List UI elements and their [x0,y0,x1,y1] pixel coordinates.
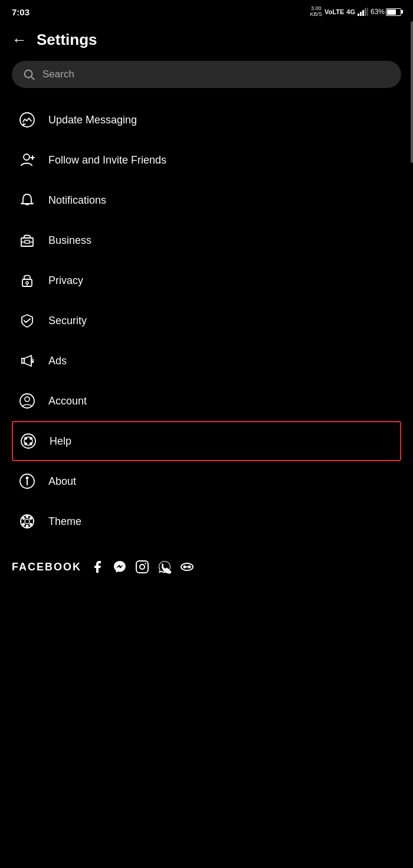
svg-point-33 [27,516,28,518]
info-icon [18,472,37,491]
svg-rect-1 [360,12,362,16]
svg-point-8 [24,154,30,160]
svg-rect-0 [358,14,359,16]
header: ← Settings [0,21,413,61]
business-icon [18,231,37,250]
svg-point-36 [27,526,28,527]
megaphone-icon [18,351,37,370]
status-icons: 3.00 KB/S VoLTE 4G 63% [310,6,401,18]
svg-point-22 [25,397,30,402]
follow-invite-label: Follow and Invite Friends [48,154,166,167]
scrollbar[interactable] [411,21,413,868]
lock-icon [18,271,37,290]
svg-point-28 [30,443,32,445]
menu-item-follow-invite[interactable]: Follow and Invite Friends [12,140,401,180]
security-label: Security [48,315,87,327]
svg-point-39 [25,519,30,524]
svg-rect-40 [136,561,148,573]
menu-item-security[interactable]: Security [12,301,401,341]
svg-point-31 [27,477,28,479]
footer-oculus-icon[interactable] [179,559,195,575]
footer-instagram-icon[interactable] [135,559,150,575]
status-bar: 7:03 3.00 KB/S VoLTE 4G 63% [0,0,413,21]
business-label: Business [48,234,91,247]
svg-point-45 [188,566,191,569]
volte-icon: VoLTE [324,8,344,15]
search-icon [22,68,35,81]
footer-whatsapp-icon[interactable] [157,559,172,575]
battery-container: 63% [371,8,401,16]
theme-icon [18,512,37,531]
privacy-label: Privacy [48,275,83,287]
svg-point-18 [32,360,34,361]
4g-icon: 4G [346,8,355,15]
menu-item-help[interactable]: Help [12,421,401,461]
scrollbar-thumb [411,21,413,163]
svg-point-38 [23,518,25,520]
menu-item-notifications[interactable]: Notifications [12,180,401,220]
about-label: About [48,475,76,488]
signal-bars-icon [358,8,368,16]
footer-messenger-icon[interactable] [112,559,127,575]
menu-list: Update Messaging Follow and Invite Frien… [0,100,413,541]
svg-point-42 [145,563,146,564]
battery-percent: 63% [371,8,385,16]
menu-item-theme[interactable]: Theme [12,501,401,541]
help-icon [19,432,38,451]
svg-point-34 [30,518,32,520]
svg-point-37 [23,524,25,526]
menu-item-update-messaging[interactable]: Update Messaging [12,100,401,140]
account-label: Account [48,395,87,407]
svg-point-23 [21,434,35,448]
footer: FACEBOOK [0,541,413,586]
notifications-label: Notifications [48,194,106,207]
status-time: 7:03 [12,7,30,17]
svg-rect-2 [362,10,364,16]
svg-line-6 [31,77,34,80]
svg-point-41 [140,564,145,569]
svg-rect-3 [365,8,366,16]
battery-icon [386,8,401,16]
search-placeholder: Search [42,68,74,80]
svg-rect-4 [367,8,368,16]
ads-label: Ads [48,355,67,367]
messenger-icon [18,110,37,129]
menu-item-privacy[interactable]: Privacy [12,260,401,301]
svg-point-19 [32,361,34,363]
search-bar[interactable]: Search [12,61,401,88]
menu-item-about[interactable]: About [12,461,401,501]
svg-point-27 [25,443,27,445]
footer-brand: FACEBOOK [12,561,81,573]
svg-point-26 [30,438,32,439]
bell-icon [18,191,37,210]
search-container: Search [12,61,401,88]
add-person-icon [18,151,37,169]
svg-point-35 [30,524,32,526]
menu-item-business[interactable]: Business [12,220,401,260]
help-label: Help [50,435,71,448]
svg-point-44 [183,566,186,569]
svg-point-5 [25,70,32,78]
menu-item-account[interactable]: Account [12,381,401,421]
menu-item-ads[interactable]: Ads [12,341,401,381]
account-icon [18,391,37,410]
update-messaging-label: Update Messaging [48,114,137,126]
footer-icons [90,559,195,575]
theme-label: Theme [48,515,81,528]
page-title: Settings [37,31,97,49]
footer-facebook-icon[interactable] [90,559,105,575]
svg-rect-12 [25,240,30,243]
back-button[interactable]: ← [12,31,27,49]
svg-point-21 [20,394,34,408]
shield-icon [18,311,37,330]
svg-point-25 [25,438,27,439]
data-speed: 3.00 KB/S [310,6,323,18]
